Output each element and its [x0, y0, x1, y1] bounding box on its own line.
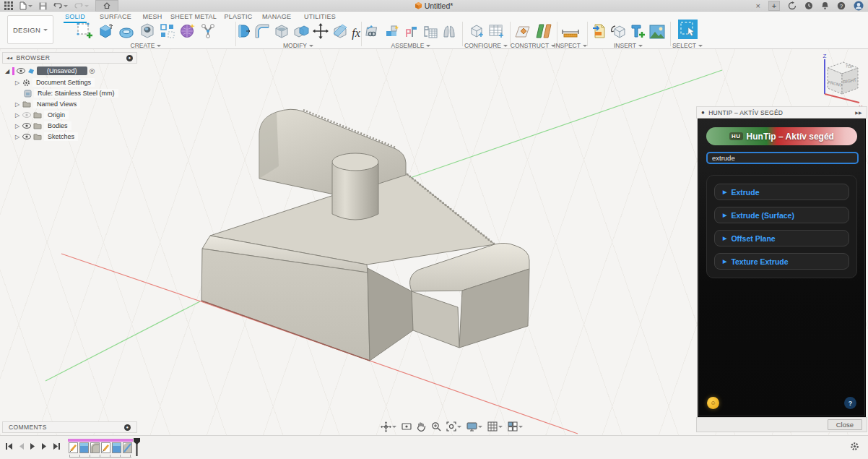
visibility-eye-icon[interactable]: [22, 134, 31, 140]
configuration-icon[interactable]: [469, 23, 485, 39]
fillet-icon[interactable]: [254, 23, 270, 39]
go-to-start-icon[interactable]: [5, 442, 13, 450]
home-tab[interactable]: [95, 0, 118, 12]
redo-icon[interactable]: [74, 2, 89, 9]
group-inspect-dropdown[interactable]: INSPECT: [555, 42, 586, 49]
panel-expand-icon[interactable]: ▶▶: [855, 110, 862, 115]
hole-icon[interactable]: [139, 22, 156, 39]
expander-icon[interactable]: ▷: [14, 123, 20, 129]
shell-icon[interactable]: [274, 23, 290, 39]
new-tab-icon[interactable]: +: [768, 1, 780, 11]
fit-icon[interactable]: [446, 421, 461, 432]
notifications-bell-icon[interactable]: [821, 1, 829, 10]
result-extrude-surface[interactable]: ▶ Extrude (Surface): [714, 207, 849, 223]
recent-clock-icon[interactable]: [804, 1, 813, 10]
feature-extrude[interactable]: [112, 442, 121, 453]
job-status-icon[interactable]: [788, 1, 797, 10]
browser-options-icon[interactable]: ●: [126, 55, 133, 61]
expander-icon[interactable]: ▷: [14, 134, 20, 140]
form-icon[interactable]: [179, 22, 196, 39]
new-component-icon[interactable]: [365, 25, 381, 39]
save-icon[interactable]: [39, 2, 47, 10]
pan-icon[interactable]: [417, 421, 426, 432]
help-icon[interactable]: ?: [837, 1, 846, 10]
timeline-settings-gear-icon[interactable]: [850, 442, 859, 451]
create-sketch-icon[interactable]: [76, 22, 93, 39]
viewports-icon[interactable]: [508, 421, 523, 432]
configuration-table-icon[interactable]: [488, 23, 504, 39]
contact-sets-icon[interactable]: [442, 25, 456, 39]
go-to-end-icon[interactable]: [53, 442, 61, 450]
split-body-icon[interactable]: [332, 23, 348, 39]
canvas-image-icon[interactable]: [649, 25, 665, 39]
group-create-dropdown[interactable]: CREATE: [61, 42, 231, 49]
app-grid-icon[interactable]: [4, 1, 13, 10]
result-offset-plane[interactable]: ▶ Offset Plane: [714, 230, 849, 246]
browser-row-sketches[interactable]: ▷ Sketches: [14, 132, 78, 142]
select-icon[interactable]: [678, 20, 698, 39]
look-at-icon[interactable]: [402, 422, 412, 431]
huntip-logo-icon[interactable]: ☺: [707, 397, 719, 409]
view-cube[interactable]: Z X TOP FRONT RIGHT: [812, 52, 864, 113]
result-texture-extrude[interactable]: ▶ Texture Extrude: [714, 253, 849, 270]
comments-options-icon[interactable]: ●: [124, 424, 131, 431]
combine-icon[interactable]: [293, 25, 309, 39]
visibility-eye-icon[interactable]: [22, 123, 31, 129]
visibility-eye-off-icon[interactable]: [22, 112, 31, 118]
play-icon[interactable]: [30, 442, 36, 450]
move-icon[interactable]: [313, 23, 329, 39]
component-pattern-icon[interactable]: [385, 25, 401, 39]
feature-fillet[interactable]: [123, 442, 132, 453]
feature-sketch[interactable]: [69, 442, 78, 453]
browser-row-origin[interactable]: ▷ Origin: [14, 110, 69, 120]
expander-icon[interactable]: ▷: [14, 101, 20, 108]
group-configure-dropdown[interactable]: CONFIGURE: [463, 42, 509, 49]
step-back-icon[interactable]: [18, 442, 25, 450]
root-document-label[interactable]: (Unsaved): [37, 67, 87, 75]
measure-icon[interactable]: [561, 26, 580, 39]
collapse-left-icon[interactable]: ◀◀: [6, 56, 13, 60]
group-select-dropdown[interactable]: SELECT: [672, 42, 703, 49]
design-workspace-dropdown[interactable]: DESIGN: [7, 15, 53, 44]
ground-target-icon[interactable]: ◎: [90, 67, 95, 74]
result-extrude[interactable]: ▶ Extrude: [714, 184, 849, 200]
feature-sketch[interactable]: [101, 442, 110, 453]
undo-icon[interactable]: [53, 2, 68, 9]
zoom-icon[interactable]: [431, 421, 441, 432]
browser-row-named-views[interactable]: ▷ Named Views: [14, 99, 80, 109]
expander-icon[interactable]: ▷: [14, 80, 20, 86]
expander-icon[interactable]: ▷: [14, 112, 20, 119]
pattern-icon[interactable]: [160, 23, 175, 39]
browser-panel-header[interactable]: ◀◀ BROWSER ●: [2, 52, 137, 64]
insert-mesh-icon[interactable]: [610, 23, 626, 39]
browser-row-bodies[interactable]: ▷ Bodies: [14, 121, 71, 131]
insert-svg-icon[interactable]: [592, 23, 607, 39]
comments-panel-header[interactable]: COMMENTS ●: [2, 421, 137, 433]
group-assemble-dropdown[interactable]: ASSEMBLE: [363, 42, 459, 49]
huntip-search-input[interactable]: [706, 152, 859, 164]
visibility-eye-icon[interactable]: [17, 68, 25, 74]
parameters-fx-icon[interactable]: fx: [352, 27, 360, 39]
close-tab-icon[interactable]: ×: [756, 2, 760, 10]
group-modify-dropdown[interactable]: MODIFY: [238, 42, 358, 49]
generative-design-icon[interactable]: [200, 23, 216, 39]
joint-icon[interactable]: [404, 25, 419, 39]
browser-root-row[interactable]: ◢ (Unsaved) ◎: [4, 66, 95, 76]
huntip-help-button[interactable]: ?: [844, 397, 856, 409]
feature-fillet[interactable]: [90, 442, 100, 453]
display-settings-icon[interactable]: [466, 422, 482, 432]
group-insert-dropdown[interactable]: INSERT: [589, 42, 667, 49]
step-forward-icon[interactable]: [41, 442, 48, 450]
press-pull-icon[interactable]: [236, 23, 251, 39]
construction-plane-icon[interactable]: [515, 25, 532, 39]
root-expander-icon[interactable]: ◢: [4, 68, 10, 74]
feature-extrude[interactable]: [79, 442, 89, 453]
huntip-panel-header[interactable]: ● HUNTIP – AKTÍV SEGÉD ▶▶: [696, 106, 867, 119]
new-file-icon[interactable]: [19, 1, 32, 10]
profile-avatar[interactable]: [854, 1, 864, 11]
revolve-icon[interactable]: [118, 23, 135, 39]
offset-plane-icon[interactable]: [536, 23, 552, 39]
grid-settings-icon[interactable]: [487, 421, 503, 432]
browser-row-document-settings[interactable]: ▷ Document Settings: [14, 77, 95, 87]
browser-row-material-rule[interactable]: Rule: Stainless Steel (mm): [24, 88, 118, 98]
